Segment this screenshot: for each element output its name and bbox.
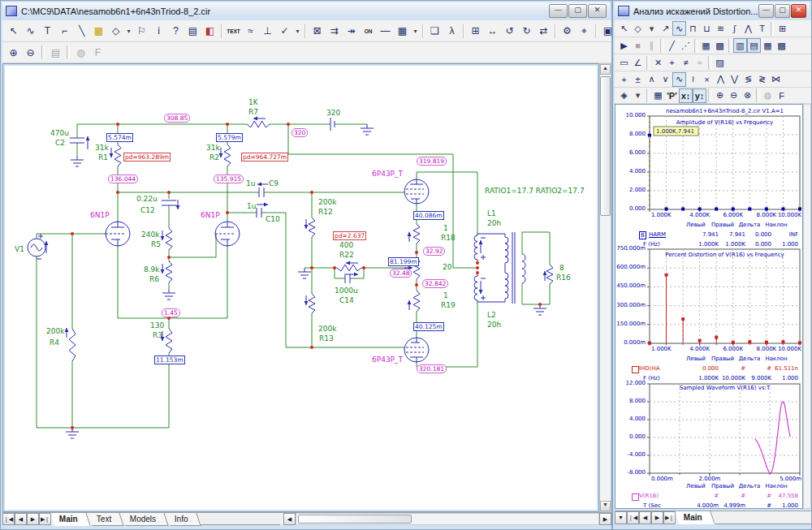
graphics-tool-icon[interactable]: ▩ [90, 24, 107, 39]
info-mode-icon[interactable]: i [150, 24, 167, 39]
hscroll-left-button[interactable]: ◀ [283, 513, 296, 525]
show-currents-icon[interactable]: ⇉ [326, 24, 343, 39]
tag-y-icon[interactable]: + [665, 55, 679, 70]
scale-v-icon[interactable]: ⊔ [700, 21, 714, 36]
graphics-icon[interactable]: ◇ [631, 21, 645, 36]
close-button-right[interactable]: ✕ [791, 4, 806, 18]
select-icon[interactable]: ↖ [617, 21, 631, 36]
cursor-pm-icon[interactable]: ± [631, 72, 645, 87]
vscroll-thumb[interactable] [600, 76, 611, 216]
pause-icon[interactable]: ∥ [645, 38, 659, 53]
stop-icon[interactable]: ■ [631, 38, 645, 53]
scroll-down-button[interactable]: ▼ [600, 501, 611, 511]
tab-text[interactable]: Text [88, 513, 124, 526]
display-dropdown-icon[interactable]: ▾ [293, 24, 302, 39]
font-icon[interactable]: F [775, 88, 788, 103]
help-mode-icon[interactable]: ? [167, 24, 184, 39]
tab-main[interactable]: Main [50, 513, 90, 526]
line-tool-icon[interactable]: ╲ [73, 24, 90, 39]
format-icon[interactable]: ◈ [617, 88, 631, 103]
zoom-in-icon[interactable]: ⊕ [713, 88, 727, 103]
probe-icon[interactable]: ↗ [659, 21, 672, 36]
tab-info[interactable]: Info [166, 513, 201, 526]
component-tool-icon[interactable]: ◇ [107, 24, 124, 39]
box-tool-icon[interactable]: ▤ [47, 45, 64, 60]
text-tool-icon[interactable]: T [39, 24, 56, 39]
plot-tab-main[interactable]: Main [675, 511, 715, 524]
one-graph-icon[interactable]: ▥ [733, 38, 747, 53]
hscroll-right-button[interactable]: ▶ [599, 513, 611, 525]
flag-tool-icon[interactable]: ⚐ [133, 24, 150, 39]
find-icon[interactable]: ⌖ [576, 24, 593, 39]
globe-tool-icon[interactable]: ◍ [72, 45, 89, 60]
scroll-up-button[interactable]: ▲ [600, 64, 611, 75]
tab-last-button[interactable]: ▶❘ [39, 513, 51, 525]
dot-mode-icon[interactable]: ⋰ [679, 38, 693, 53]
analysis-wave-icon[interactable]: ∿ [672, 21, 686, 36]
next-branch-icon[interactable]: ≈ [693, 55, 706, 70]
flip-icon[interactable]: ⇄ [535, 24, 552, 39]
scale-h-icon[interactable]: ⊓ [686, 21, 700, 36]
high-icon[interactable]: ≶ [741, 72, 755, 87]
data-points-icon[interactable]: ▦ [699, 38, 713, 53]
show-power-icon[interactable]: ↠ [343, 24, 360, 39]
zoom-in-icon[interactable]: ⊕ [5, 45, 22, 60]
tag-xy-icon[interactable]: ≠ [679, 55, 693, 70]
minimize-button[interactable]: — [549, 4, 568, 18]
line-width-icon[interactable]: ― [377, 24, 394, 39]
graphics-drop-icon[interactable]: ▾ [645, 21, 659, 36]
text-display-toggle-icon[interactable]: TEXT [225, 24, 242, 39]
peaks-icon[interactable]: ⋀ [741, 21, 755, 36]
line-mode-icon[interactable]: ╱ [665, 38, 679, 53]
plot-first-button[interactable]: ❘◀ [627, 511, 639, 524]
fft-icon[interactable]: ∫ [728, 21, 741, 36]
plots-canvas[interactable] [615, 104, 803, 509]
node-numbers-icon[interactable]: ⊠ [309, 24, 326, 39]
grid-a-icon[interactable]: ▦ [761, 38, 775, 53]
format-drop-icon[interactable]: ▾ [631, 88, 645, 103]
schematic-hscrollbar[interactable] [296, 513, 599, 525]
font-tool-icon[interactable]: F [89, 45, 106, 60]
tokens-icon[interactable]: ▩ [713, 38, 727, 53]
pan-tool-icon[interactable]: ↔ [484, 24, 501, 39]
tag-x-icon[interactable]: ✕ [651, 55, 665, 70]
plot-prev-button[interactable]: ◀ [639, 511, 651, 524]
select-tool-icon[interactable]: ↖ [5, 24, 22, 39]
grid-toggle-icon[interactable]: ▦ [394, 24, 411, 39]
check-toggle-icon[interactable]: ✓ [276, 24, 293, 39]
flat-icon[interactable]: ≀ [686, 72, 700, 87]
grid-dropdown-icon[interactable]: ▾ [411, 24, 420, 39]
norm-icon[interactable]: ▨ [713, 55, 727, 70]
ruler-icon[interactable]: ▭ [617, 55, 631, 70]
plot-last-button[interactable]: ▶❘ [663, 511, 676, 524]
tab-models[interactable]: Models [122, 513, 169, 526]
plots-vscrollbar[interactable] [803, 104, 811, 509]
zoom-area-icon[interactable]: ⊗ [741, 88, 754, 103]
step-wave-icon[interactable]: ≋ [714, 21, 728, 36]
component-dropdown-icon[interactable]: ▾ [124, 24, 133, 39]
grid-b-icon[interactable]: ▩ [775, 38, 788, 53]
pkey-icon[interactable]: 'P' [665, 88, 679, 103]
step-tool-icon[interactable]: ⚙ [559, 24, 576, 39]
maximize-button-right[interactable]: ▢ [775, 4, 790, 18]
y-axis-icon[interactable]: y↕ [693, 88, 706, 103]
grid-props-icon[interactable]: ▦ [651, 88, 665, 103]
split-window-icon[interactable]: ⊞ [467, 24, 484, 39]
minimize-button-right[interactable]: — [758, 4, 774, 18]
cursor-plus-icon[interactable]: + [617, 72, 631, 87]
tab-prev-button[interactable]: ◀ [15, 513, 27, 525]
zoom-out-icon[interactable]: ⊖ [22, 45, 39, 60]
pin-connections-icon[interactable]: ⊥ [259, 24, 276, 39]
schematic-vscrollbar[interactable]: ▲ ▼ [599, 63, 611, 512]
slope-icon[interactable]: ∠ [631, 55, 645, 70]
cross-icon[interactable]: × [700, 72, 714, 87]
close-button[interactable]: ✕ [588, 4, 607, 18]
globe-icon[interactable]: ◍ [761, 88, 775, 103]
bottom-icon[interactable]: ⋁ [728, 72, 741, 87]
properties-icon[interactable]: ⊞ [775, 21, 789, 36]
valley-icon[interactable]: ∨ [659, 72, 672, 87]
run-icon[interactable]: ▶ [617, 38, 631, 53]
digital-tool-icon[interactable]: ◧ [201, 24, 218, 39]
probe-tool-icon[interactable]: λ [443, 24, 460, 39]
tab-first-button[interactable]: ❘◀ [2, 513, 15, 525]
